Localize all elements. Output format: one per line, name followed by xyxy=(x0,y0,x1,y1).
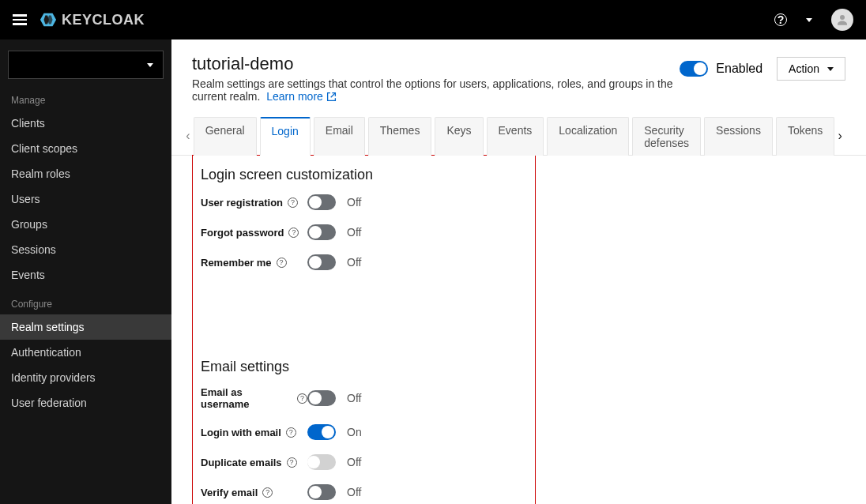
page-header: tutorial-demo Realm settings are setting… xyxy=(171,39,866,103)
help-icon[interactable]: ? xyxy=(277,258,287,268)
status-remember-me: Off xyxy=(347,256,361,269)
action-dropdown[interactable]: Action xyxy=(777,57,845,81)
account-menu-caret-icon[interactable] xyxy=(806,18,812,22)
page-description: Realm settings are settings that control… xyxy=(192,77,680,103)
tab-content: Login screen customization User registra… xyxy=(171,155,866,504)
email-settings-title: Email settings xyxy=(201,359,527,375)
tab-tokens[interactable]: Tokens xyxy=(776,117,834,156)
toggle-remember-me[interactable] xyxy=(307,254,336,270)
logo[interactable]: KEYCLOAK xyxy=(40,11,145,28)
row-forgot-password: Forgot password ? Off xyxy=(201,224,527,240)
status-forgot-password: Off xyxy=(347,226,361,239)
sidebar-item-realm-roles[interactable]: Realm roles xyxy=(0,161,171,186)
svg-point-3 xyxy=(840,15,845,20)
toggle-email-as-username[interactable] xyxy=(307,390,336,406)
login-customization-title: Login screen customization xyxy=(201,167,527,183)
tab-security-defenses[interactable]: Security defenses xyxy=(632,117,701,156)
main-content: tutorial-demo Realm settings are setting… xyxy=(171,39,866,504)
page-title: tutorial-demo xyxy=(192,54,680,74)
help-icon[interactable]: ? xyxy=(262,487,273,498)
toggle-duplicate-emails xyxy=(307,454,336,470)
status-user-registration: Off xyxy=(347,196,361,209)
learn-more-link[interactable]: Learn more xyxy=(266,90,337,103)
login-settings-panel: Login screen customization User registra… xyxy=(192,155,536,504)
help-icon[interactable]: ? xyxy=(288,228,299,238)
tab-sessions[interactable]: Sessions xyxy=(704,117,773,156)
toggle-verify-email[interactable] xyxy=(307,484,336,500)
hamburger-icon[interactable] xyxy=(13,14,27,25)
help-icon[interactable]: ? xyxy=(286,427,296,438)
status-duplicate-emails: Off xyxy=(347,456,361,468)
sidebar-item-realm-settings[interactable]: Realm settings xyxy=(0,314,171,340)
tab-themes[interactable]: Themes xyxy=(368,117,432,156)
topbar-right: ? xyxy=(774,9,853,31)
help-icon[interactable]: ? xyxy=(774,13,787,26)
sidebar-item-identity-providers[interactable]: Identity providers xyxy=(0,365,171,390)
label-forgot-password: Forgot password xyxy=(201,227,284,239)
row-remember-me: Remember me ? Off xyxy=(201,254,527,270)
sidebar-item-sessions[interactable]: Sessions xyxy=(0,237,171,262)
topbar: KEYCLOAK ? xyxy=(0,0,866,39)
chevron-down-icon xyxy=(827,67,834,71)
sidebar-item-clients[interactable]: Clients xyxy=(0,111,171,136)
sidebar-section-manage: Manage xyxy=(0,84,171,111)
row-email-as-username: Email as username ? Off xyxy=(201,386,527,410)
sidebar-item-authentication[interactable]: Authentication xyxy=(0,340,171,365)
sidebar-section-configure: Configure xyxy=(0,288,171,314)
external-link-icon xyxy=(326,92,337,102)
status-login-with-email: On xyxy=(347,426,362,438)
sidebar-item-user-federation[interactable]: User federation xyxy=(0,390,171,416)
realm-enabled-toggle[interactable] xyxy=(680,61,708,77)
sidebar-item-groups[interactable]: Groups xyxy=(0,212,171,237)
row-duplicate-emails: Duplicate emails ? Off xyxy=(201,454,527,470)
realm-selector[interactable] xyxy=(8,51,164,79)
tab-login[interactable]: Login xyxy=(260,117,311,156)
tab-general[interactable]: General xyxy=(194,117,257,156)
label-email-as-username: Email as username xyxy=(201,386,292,410)
realm-enabled-label: Enabled xyxy=(716,62,762,76)
sidebar: Manage Clients Client scopes Realm roles… xyxy=(0,39,171,504)
chevron-down-icon xyxy=(147,63,153,67)
label-verify-email: Verify email xyxy=(201,487,258,498)
row-user-registration: User registration ? Off xyxy=(201,194,527,210)
help-icon[interactable]: ? xyxy=(288,197,298,208)
row-verify-email: Verify email ? Off xyxy=(201,484,527,500)
status-email-as-username: Off xyxy=(347,392,361,404)
toggle-login-with-email[interactable] xyxy=(307,424,336,440)
sidebar-item-client-scopes[interactable]: Client scopes xyxy=(0,136,171,161)
realm-enabled-toggle-group: Enabled xyxy=(680,61,762,77)
toggle-user-registration[interactable] xyxy=(307,194,336,210)
label-remember-me: Remember me xyxy=(201,257,272,269)
label-user-registration: User registration xyxy=(201,197,283,209)
tab-email[interactable]: Email xyxy=(314,117,365,156)
tab-events[interactable]: Events xyxy=(487,117,544,156)
status-verify-email: Off xyxy=(347,486,361,498)
user-icon xyxy=(835,13,849,27)
avatar[interactable] xyxy=(831,9,853,31)
tabs: ‹ General Login Email Themes Keys Events… xyxy=(171,117,866,156)
tabs-scroll-right[interactable]: › xyxy=(834,122,845,149)
toggle-forgot-password[interactable] xyxy=(307,224,336,240)
topbar-left: KEYCLOAK xyxy=(13,11,145,28)
tabs-scroll-left[interactable]: ‹ xyxy=(183,122,194,149)
keycloak-logo-icon xyxy=(40,11,57,28)
help-icon[interactable]: ? xyxy=(297,393,307,404)
sidebar-item-users[interactable]: Users xyxy=(0,186,171,212)
row-login-with-email: Login with email ? On xyxy=(201,424,527,440)
tab-localization[interactable]: Localization xyxy=(547,117,629,156)
sidebar-item-events[interactable]: Events xyxy=(0,262,171,288)
label-duplicate-emails: Duplicate emails xyxy=(201,457,282,468)
tab-keys[interactable]: Keys xyxy=(435,117,483,156)
logo-text: KEYCLOAK xyxy=(62,12,145,28)
help-icon[interactable]: ? xyxy=(287,457,297,468)
label-login-with-email: Login with email xyxy=(201,427,281,438)
